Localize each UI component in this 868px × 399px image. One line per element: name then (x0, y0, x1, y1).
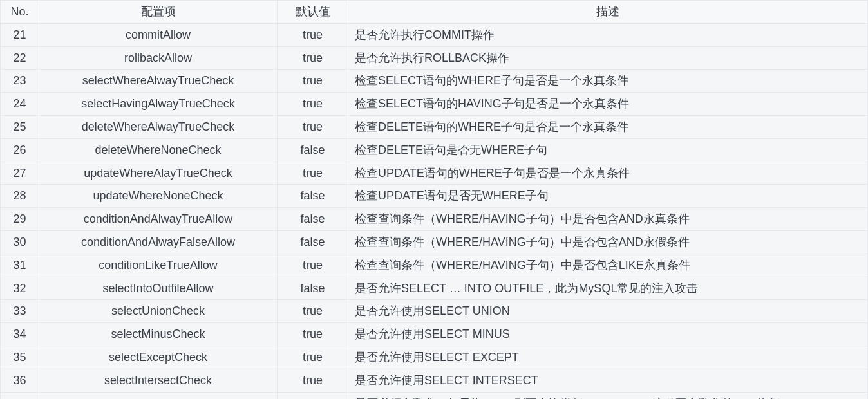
cell-default: true (278, 346, 348, 369)
cell-default: false (278, 208, 348, 231)
cell-desc: 检查查询条件（WHERE/HAVING子句）中是否包含AND永真条件 (348, 208, 868, 231)
cell-default: true (278, 23, 348, 46)
cell-default: false (278, 138, 348, 162)
cell-default: true (278, 162, 348, 185)
cell-item: mustParameterized (39, 392, 278, 399)
table-row: 27updateWhereAlayTrueChecktrue检查UPDATE语句… (1, 162, 868, 185)
cell-default: false (278, 277, 348, 300)
cell-default: true (278, 70, 348, 93)
header-item: 配置项 (39, 1, 278, 24)
cell-default: true (278, 93, 348, 116)
cell-default: true (278, 46, 348, 70)
cell-no: 35 (1, 346, 39, 369)
cell-desc: 检查SELECT语句的WHERE子句是否是一个永真条件 (348, 70, 868, 93)
table-row: 37mustParameterizedfalse是否必须参数化，如果为true，… (1, 392, 868, 399)
cell-no: 33 (1, 300, 39, 323)
table-row: 25deleteWhereAlwayTrueChecktrue检查DELETE语… (1, 115, 868, 138)
cell-no: 31 (1, 254, 39, 277)
table-header-row: No. 配置项 默认值 描述 (1, 1, 868, 24)
table-row: 35selectExceptChecktrue是否允许使用SELECT EXCE… (1, 346, 868, 369)
cell-item: selectWhereAlwayTrueCheck (39, 70, 278, 93)
cell-desc: 是否允许执行ROLLBACK操作 (348, 46, 868, 70)
cell-no: 29 (1, 208, 39, 231)
cell-item: updateWhereNoneCheck (39, 185, 278, 208)
cell-item: selectHavingAlwayTrueCheck (39, 93, 278, 116)
cell-desc: 是否允许使用SELECT UNION (348, 300, 868, 323)
cell-item: conditionLikeTrueAllow (39, 254, 278, 277)
cell-no: 27 (1, 162, 39, 185)
table-row: 22rollbackAllowtrue是否允许执行ROLLBACK操作 (1, 46, 868, 70)
table-row: 21commitAllowtrue是否允许执行COMMIT操作 (1, 23, 868, 46)
cell-item: selectMinusCheck (39, 323, 278, 346)
cell-no: 36 (1, 369, 39, 392)
cell-no: 21 (1, 23, 39, 46)
table-row: 24selectHavingAlwayTrueChecktrue检查SELECT… (1, 93, 868, 116)
table-row: 31conditionLikeTrueAllowtrue检查查询条件（WHERE… (1, 254, 868, 277)
cell-default: false (278, 230, 348, 254)
cell-default: true (278, 115, 348, 138)
header-desc: 描述 (348, 1, 868, 24)
table-row: 29conditionAndAlwayTrueAllowfalse检查查询条件（… (1, 208, 868, 231)
table-row: 32selectIntoOutfileAllowfalse是否允许SELECT … (1, 277, 868, 300)
cell-no: 24 (1, 93, 39, 116)
cell-item: selectExceptCheck (39, 346, 278, 369)
cell-item: selectUnionCheck (39, 300, 278, 323)
cell-desc: 检查UPDATE语句的WHERE子句是否是一个永真条件 (348, 162, 868, 185)
cell-no: 34 (1, 323, 39, 346)
cell-item: commitAllow (39, 23, 278, 46)
cell-item: rollbackAllow (39, 46, 278, 70)
cell-desc: 检查DELETE语句是否无WHERE子句 (348, 138, 868, 162)
table-row: 34selectMinusChecktrue是否允许使用SELECT MINUS (1, 323, 868, 346)
table-row: 33selectUnionChecktrue是否允许使用SELECT UNION (1, 300, 868, 323)
cell-desc: 是否允许使用SELECT MINUS (348, 323, 868, 346)
cell-desc: 检查SELECT语句的HAVING子句是否是一个永真条件 (348, 93, 868, 116)
cell-desc: 检查查询条件（WHERE/HAVING子句）中是否包含AND永假条件 (348, 230, 868, 254)
cell-desc: 是否允许使用SELECT EXCEPT (348, 346, 868, 369)
cell-no: 28 (1, 185, 39, 208)
header-no: No. (1, 1, 39, 24)
table-row: 23selectWhereAlwayTrueChecktrue检查SELECT语… (1, 70, 868, 93)
cell-default: true (278, 323, 348, 346)
cell-desc: 是否允许执行COMMIT操作 (348, 23, 868, 46)
cell-no: 32 (1, 277, 39, 300)
cell-no: 23 (1, 70, 39, 93)
cell-desc: 检查UPDATE语句是否无WHERE子句 (348, 185, 868, 208)
cell-desc: 是否允许使用SELECT INTERSECT (348, 369, 868, 392)
cell-no: 30 (1, 230, 39, 254)
cell-desc: 是否允许SELECT … INTO OUTFILE，此为MySQL常见的注入攻击 (348, 277, 868, 300)
cell-desc: 是否必须参数化，如果为true，则不允许类似WHERE id=1这种不参数化的S… (348, 392, 868, 399)
table-row: 26deleteWhereNoneCheckfalse检查DELETE语句是否无… (1, 138, 868, 162)
table-row: 30conditionAndAlwayFalseAllowfalse检查查询条件… (1, 230, 868, 254)
cell-desc: 检查查询条件（WHERE/HAVING子句）中是否包含LIKE永真条件 (348, 254, 868, 277)
cell-no: 37 (1, 392, 39, 399)
cell-item: selectIntersectCheck (39, 369, 278, 392)
cell-item: deleteWhereAlwayTrueCheck (39, 115, 278, 138)
table-row: 28updateWhereNoneCheckfalse检查UPDATE语句是否无… (1, 185, 868, 208)
cell-default: false (278, 185, 348, 208)
cell-default: false (278, 392, 348, 399)
cell-default: true (278, 369, 348, 392)
cell-default: true (278, 254, 348, 277)
header-default: 默认值 (278, 1, 348, 24)
cell-desc: 检查DELETE语句的WHERE子句是否是一个永真条件 (348, 115, 868, 138)
cell-no: 22 (1, 46, 39, 70)
cell-item: conditionAndAlwayTrueAllow (39, 208, 278, 231)
cell-default: true (278, 300, 348, 323)
cell-no: 26 (1, 138, 39, 162)
table-row: 36selectIntersectChecktrue是否允许使用SELECT I… (1, 369, 868, 392)
config-table: No. 配置项 默认值 描述 21commitAllowtrue是否允许执行CO… (0, 0, 868, 399)
cell-no: 25 (1, 115, 39, 138)
cell-item: selectIntoOutfileAllow (39, 277, 278, 300)
cell-item: updateWhereAlayTrueCheck (39, 162, 278, 185)
cell-item: deleteWhereNoneCheck (39, 138, 278, 162)
cell-item: conditionAndAlwayFalseAllow (39, 230, 278, 254)
